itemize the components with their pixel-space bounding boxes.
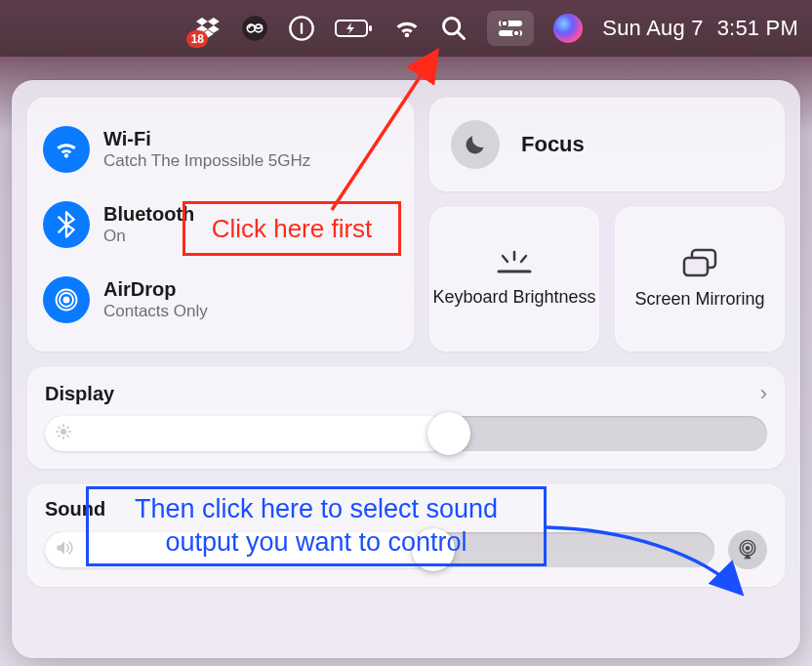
display-card: Display ›	[27, 367, 785, 469]
screen-mirroring-icon	[680, 248, 719, 279]
sound-output-button[interactable]	[728, 530, 767, 569]
display-slider[interactable]	[45, 416, 767, 451]
focus-moon-icon	[451, 120, 500, 169]
wifi-title: Wi-Fi	[103, 128, 310, 150]
svg-line-29	[59, 436, 61, 437]
svg-point-31	[746, 546, 751, 551]
time-text: 3:51 PM	[717, 16, 798, 41]
bluetooth-circle-icon	[43, 201, 90, 248]
focus-label: Focus	[521, 132, 585, 157]
airdrop-toggle[interactable]: AirDrop Contacts Only	[43, 276, 398, 323]
search-icon	[440, 15, 467, 42]
airdrop-subtitle: Contacts Only	[103, 302, 208, 321]
bluetooth-subtitle: On	[103, 227, 194, 246]
svg-point-9	[503, 21, 508, 26]
wifi-subtitle: Catch The Impossible 5GHz	[103, 151, 310, 171]
airplay-audio-icon	[737, 539, 758, 561]
airdrop-title: AirDrop	[103, 278, 208, 301]
svg-line-6	[458, 32, 465, 39]
battery-menubar-item[interactable]	[335, 18, 374, 39]
onepassword-icon	[288, 15, 315, 42]
tiles-row: Keyboard Brightness Screen Mirroring	[429, 207, 785, 352]
svg-point-13	[63, 297, 70, 304]
siri-icon	[553, 14, 583, 43]
annotation-step2: Then click here to select sound output y…	[86, 486, 547, 566]
keyboard-brightness-icon	[495, 250, 534, 277]
screen-mirroring-label: Screen Mirroring	[634, 289, 764, 311]
control-center-menubar-item[interactable]	[487, 11, 534, 46]
airdrop-circle-icon	[43, 276, 90, 323]
wifi-icon	[393, 15, 421, 42]
spotlight-menubar-item[interactable]	[440, 15, 467, 42]
infinity-icon	[241, 15, 268, 42]
svg-line-30	[67, 427, 69, 429]
display-slider-knob[interactable]	[427, 412, 470, 455]
volume-low-icon	[55, 539, 74, 561]
svg-line-18	[521, 256, 526, 262]
control-center-right-column: Focus Keyboard Brightness	[429, 98, 785, 352]
datetime-menubar-item[interactable]: Sun Aug 7 3:51 PM	[602, 16, 798, 41]
dropbox-badge: 18	[186, 30, 208, 48]
onepassword-menubar-item[interactable]	[288, 15, 315, 42]
bluetooth-title: Bluetooth	[103, 203, 194, 226]
keyboard-brightness-label: Keyboard Brightness	[432, 287, 595, 309]
svg-rect-4	[369, 25, 372, 31]
display-title: Display	[45, 383, 114, 405]
control-center-icon	[498, 19, 523, 38]
control-center-top-row: Wi-Fi Catch The Impossible 5GHz Bluetoot…	[27, 98, 785, 352]
macos-menubar: 18 Sun Aug 7 3:51 PM	[0, 0, 812, 57]
wifi-menubar-item[interactable]	[393, 15, 421, 42]
svg-rect-21	[684, 258, 708, 275]
keyboard-brightness-tile[interactable]: Keyboard Brightness	[429, 207, 599, 352]
control-center-panel: Wi-Fi Catch The Impossible 5GHz Bluetoot…	[12, 80, 800, 658]
svg-line-17	[503, 256, 508, 262]
focus-card[interactable]: Focus	[429, 98, 785, 191]
dropbox-menubar-item[interactable]: 18	[194, 15, 222, 42]
brightness-low-icon	[55, 423, 72, 444]
svg-point-22	[61, 429, 66, 435]
screen-mirroring-tile[interactable]: Screen Mirroring	[615, 207, 785, 352]
svg-point-12	[514, 31, 519, 36]
wifi-circle-icon	[43, 126, 90, 173]
date-text: Sun Aug 7	[602, 16, 703, 41]
infinity-menubar-item[interactable]	[241, 15, 268, 42]
battery-charging-icon	[335, 18, 374, 39]
svg-line-27	[59, 427, 61, 429]
svg-line-28	[67, 436, 69, 437]
annotation-step1: Click here first	[183, 201, 401, 256]
svg-rect-2	[301, 22, 303, 34]
wifi-toggle[interactable]: Wi-Fi Catch The Impossible 5GHz	[43, 126, 398, 173]
chevron-right-icon[interactable]: ›	[760, 381, 767, 406]
siri-menubar-item[interactable]	[553, 14, 583, 43]
